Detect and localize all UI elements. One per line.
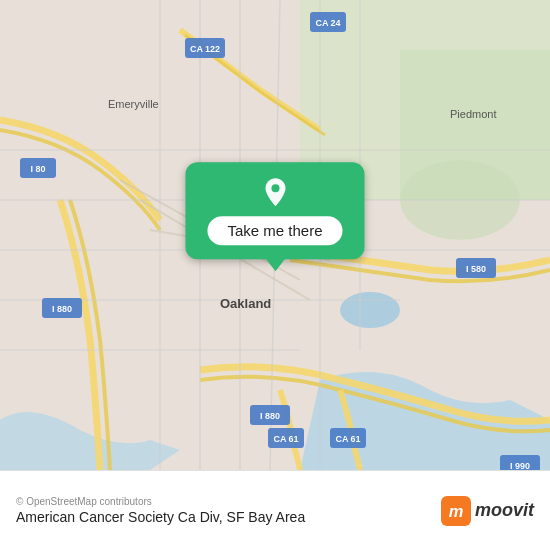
take-me-there-button[interactable]: Take me there	[207, 216, 342, 245]
svg-text:m: m	[449, 502, 464, 520]
svg-text:CA 61: CA 61	[273, 434, 298, 444]
moovit-logo: m moovit	[441, 496, 534, 526]
info-left: © OpenStreetMap contributors American Ca…	[16, 496, 305, 525]
svg-text:I 580: I 580	[466, 264, 486, 274]
svg-text:I 80: I 80	[30, 164, 45, 174]
moovit-text: moovit	[475, 500, 534, 521]
moovit-icon: m	[441, 496, 471, 526]
popup: Take me there	[185, 162, 364, 259]
popup-bubble: Take me there	[185, 162, 364, 259]
svg-point-40	[271, 184, 279, 192]
info-bar: © OpenStreetMap contributors American Ca…	[0, 470, 550, 550]
svg-text:I 880: I 880	[52, 304, 72, 314]
svg-text:CA 61: CA 61	[335, 434, 360, 444]
osm-credit: © OpenStreetMap contributors	[16, 496, 305, 507]
svg-text:Emeryville: Emeryville	[108, 98, 159, 110]
location-name: American Cancer Society Ca Div, SF Bay A…	[16, 509, 305, 525]
svg-text:I 880: I 880	[260, 411, 280, 421]
svg-text:Oakland: Oakland	[220, 296, 271, 311]
svg-text:Piedmont: Piedmont	[450, 108, 496, 120]
location-pin-icon	[259, 176, 291, 208]
svg-text:CA 122: CA 122	[190, 44, 220, 54]
svg-text:CA 24: CA 24	[315, 18, 340, 28]
svg-point-4	[340, 292, 400, 328]
map-container: I 80 I 880 I 880 I 580 CA 122 CA 24 CA 6…	[0, 0, 550, 470]
svg-text:I 990: I 990	[510, 461, 530, 470]
